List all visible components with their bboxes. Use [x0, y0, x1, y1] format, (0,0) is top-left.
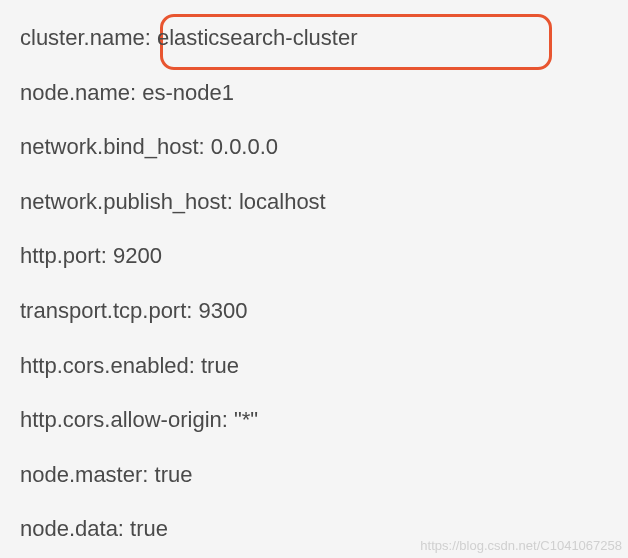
- config-line: node.name: es-node1: [20, 79, 608, 108]
- config-line: network.publish_host: localhost: [20, 188, 608, 217]
- config-line: node.master: true: [20, 461, 608, 490]
- config-line: cluster.name: elasticsearch-cluster: [20, 24, 608, 53]
- watermark-text: https://blog.csdn.net/C1041067258: [420, 538, 622, 553]
- config-line: http.cors.allow-origin: "*": [20, 406, 608, 435]
- config-line: http.cors.enabled: true: [20, 352, 608, 381]
- config-line: http.port: 9200: [20, 242, 608, 271]
- config-line: network.bind_host: 0.0.0.0: [20, 133, 608, 162]
- config-line: transport.tcp.port: 9300: [20, 297, 608, 326]
